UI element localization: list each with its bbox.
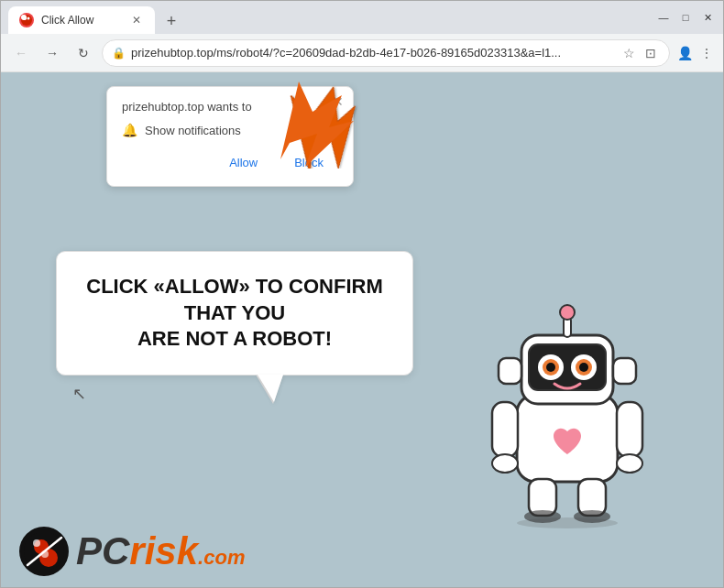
svg-point-0 bbox=[21, 15, 32, 26]
new-tab-button[interactable]: + bbox=[159, 8, 184, 34]
window-maximize-button[interactable]: □ bbox=[677, 9, 694, 26]
show-notifications-label: Show notifications bbox=[145, 124, 241, 137]
refresh-button[interactable]: ↻ bbox=[71, 40, 96, 66]
nav-right-icons: 👤 ⋮ bbox=[675, 44, 716, 62]
svg-point-26 bbox=[574, 510, 610, 523]
svg-point-2 bbox=[27, 17, 30, 20]
svg-point-1 bbox=[23, 16, 27, 20]
menu-icon[interactable]: ⋮ bbox=[697, 44, 716, 62]
active-tab[interactable]: Click Allow ✕ bbox=[8, 6, 155, 34]
speech-bubble: CLICK «ALLOW» TO CONFIRM THAT YOU ARE NO… bbox=[56, 251, 413, 376]
window-minimize-button[interactable]: — bbox=[655, 9, 672, 26]
svg-point-25 bbox=[524, 510, 561, 523]
page-content: ✕ prizehubtop.top wants to 🔔 Show notifi… bbox=[1, 72, 723, 587]
split-icon[interactable]: ⊡ bbox=[642, 44, 660, 62]
lock-icon: 🔒 bbox=[112, 47, 126, 60]
svg-point-21 bbox=[617, 454, 642, 473]
tab-title: Click Allow bbox=[41, 14, 122, 27]
window-controls: — □ ✕ bbox=[655, 9, 716, 26]
url-text: prizehubtop.top/ms/robot4/?c=20609dad-b2… bbox=[131, 46, 614, 60]
svg-rect-16 bbox=[499, 358, 521, 384]
svg-point-29 bbox=[33, 539, 40, 547]
allow-button[interactable]: Allow bbox=[214, 150, 272, 175]
svg-point-11 bbox=[546, 363, 555, 372]
svg-point-30 bbox=[39, 549, 58, 567]
svg-rect-19 bbox=[617, 402, 642, 457]
window-close-button[interactable]: ✕ bbox=[699, 9, 716, 26]
address-actions: ☆ ⊡ bbox=[620, 44, 660, 62]
svg-rect-18 bbox=[492, 402, 518, 457]
profile-icon[interactable]: 👤 bbox=[675, 44, 694, 62]
risk-text: risk.com bbox=[129, 532, 245, 571]
forward-button[interactable]: → bbox=[39, 40, 65, 66]
mouse-cursor: ↖ bbox=[72, 384, 86, 404]
browser-window: Click Allow ✕ + — □ ✕ ← → ↻ 🔒 prizehubto… bbox=[0, 0, 724, 588]
bookmark-icon[interactable]: ☆ bbox=[620, 44, 638, 62]
back-button[interactable]: ← bbox=[8, 40, 34, 66]
speech-bubble-text: CLICK «ALLOW» TO CONFIRM THAT YOU ARE NO… bbox=[84, 274, 385, 353]
pc-text: PC bbox=[76, 532, 129, 571]
title-bar: Click Allow ✕ + — □ ✕ bbox=[1, 1, 723, 34]
bell-icon: 🔔 bbox=[122, 123, 137, 137]
pcrisk-logo: PC risk.com bbox=[19, 527, 245, 576]
tab-close-button[interactable]: ✕ bbox=[129, 13, 144, 27]
address-bar[interactable]: 🔒 prizehubtop.top/ms/robot4/?c=20609dad-… bbox=[102, 39, 670, 67]
svg-point-13 bbox=[579, 363, 588, 372]
tab-area: Click Allow ✕ + bbox=[8, 1, 648, 34]
robot-illustration bbox=[466, 276, 668, 532]
nav-bar: ← → ↻ 🔒 prizehubtop.top/ms/robot4/?c=206… bbox=[1, 34, 723, 72]
svg-marker-4 bbox=[280, 82, 354, 167]
svg-rect-17 bbox=[613, 358, 636, 384]
tab-favicon bbox=[19, 13, 34, 27]
svg-point-15 bbox=[560, 305, 575, 320]
svg-point-20 bbox=[492, 454, 518, 473]
